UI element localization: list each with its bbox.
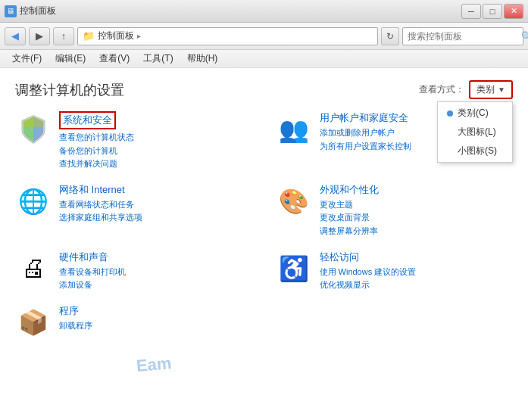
search-input[interactable]: [408, 31, 521, 42]
view-dropdown-button[interactable]: 类别 ▼: [469, 80, 513, 99]
dropdown-item-category[interactable]: 类别(C): [438, 104, 512, 123]
link-theme[interactable]: 更改主题: [320, 198, 514, 212]
empty-dot-icon: [447, 129, 453, 135]
window-controls: ─ □ ✕: [461, 4, 523, 19]
dropdown-item-small-icon[interactable]: 小图标(S): [438, 142, 512, 160]
system-security-text: 系统和安全 查看您的计算机状态 备份您的计算机 查找并解决问题: [59, 111, 253, 171]
link-windows-recommend[interactable]: 使用 Windows 建议的设置: [320, 266, 514, 279]
up-icon: ↑: [61, 30, 67, 42]
link-desktop-bg[interactable]: 更改桌面背景: [320, 211, 514, 225]
menu-help[interactable]: 帮助(H): [181, 51, 224, 67]
forward-icon: ▶: [36, 30, 43, 42]
refresh-button[interactable]: ↻: [381, 27, 399, 45]
search-icon: 🔍: [521, 31, 528, 42]
up-button[interactable]: ↑: [53, 27, 74, 45]
panel-system-security: 系统和安全 查看您的计算机状态 备份您的计算机 查找并解决问题: [15, 111, 253, 171]
main-content: 调整计算机的设置 查看方式： 类别 ▼ 类别(C) 大图标(L) 小图标(S: [0, 68, 528, 420]
programs-icon: 📦: [15, 304, 52, 341]
easyaccess-text: 轻松访问 使用 Windows 建议的设置 优化视频显示: [320, 250, 514, 292]
easyaccess-title[interactable]: 轻松访问: [320, 250, 359, 264]
dropdown-item-large-icon[interactable]: 大图标(L): [438, 123, 512, 142]
hardware-icon: 🖨: [15, 250, 52, 287]
link-homegroup[interactable]: 选择家庭组和共享选项: [59, 211, 253, 225]
menu-edit[interactable]: 编辑(E): [49, 51, 92, 67]
hardware-text: 硬件和声音 查看设备和打印机 添加设备: [59, 250, 253, 292]
content-area: 调整计算机的设置 查看方式： 类别 ▼ 类别(C) 大图标(L) 小图标(S: [0, 68, 528, 420]
panel-network: 🌐 网络和 Internet 查看网络状态和任务 选择家庭组和共享选项: [15, 183, 253, 238]
network-icon: 🌐: [15, 183, 52, 219]
window-title: 控制面板: [20, 5, 56, 17]
forward-button[interactable]: ▶: [29, 27, 50, 45]
easyaccess-icon: ♿: [276, 250, 312, 287]
link-add-device[interactable]: 添加设备: [59, 278, 253, 292]
panel-programs: 📦 程序 卸载程序: [15, 304, 253, 341]
view-current-label: 类别: [476, 83, 495, 96]
link-uninstall[interactable]: 卸载程序: [59, 319, 253, 333]
menu-view[interactable]: 查看(V): [93, 51, 136, 67]
network-text: 网络和 Internet 查看网络状态和任务 选择家庭组和共享选项: [59, 183, 253, 225]
dropdown-arrow-icon: ▼: [498, 86, 505, 94]
link-optimize-video[interactable]: 优化视频显示: [320, 278, 514, 292]
address-arrow: ▸: [137, 32, 141, 40]
user-accounts-title[interactable]: 用户帐户和家庭安全: [320, 111, 408, 125]
menu-file[interactable]: 文件(F): [6, 51, 48, 67]
close-button[interactable]: ✕: [504, 4, 523, 19]
network-title[interactable]: 网络和 Internet: [59, 183, 125, 197]
link-network-status[interactable]: 查看网络状态和任务: [59, 198, 253, 212]
link-troubleshoot[interactable]: 查找并解决问题: [59, 157, 253, 171]
watermark: Eam: [136, 353, 173, 376]
link-system-status[interactable]: 查看您的计算机状态: [59, 131, 253, 145]
system-security-title[interactable]: 系统和安全: [59, 111, 116, 129]
back-button[interactable]: ◀: [5, 27, 26, 45]
view-mode-area: 查看方式： 类别 ▼: [419, 80, 513, 99]
link-resolution[interactable]: 调整屏幕分辨率: [320, 225, 514, 238]
app-icon: 🖥: [5, 5, 17, 17]
address-bar[interactable]: 📁 控制面板 ▸: [77, 27, 378, 45]
appearance-text: 外观和个性化 更改主题 更改桌面背景 调整屏幕分辨率: [320, 183, 514, 238]
category-label: 类别(C): [458, 107, 489, 120]
link-devices-printers[interactable]: 查看设备和打印机: [59, 266, 253, 279]
selected-dot-icon: [447, 110, 453, 117]
folder-icon: 📁: [83, 30, 95, 42]
menu-tools[interactable]: 工具(T): [137, 51, 179, 67]
panel-easyaccess: ♿ 轻松访问 使用 Windows 建议的设置 优化视频显示: [276, 250, 514, 292]
large-icon-label: 大图标(L): [458, 126, 496, 138]
page-title: 调整计算机的设置: [15, 81, 124, 99]
panel-appearance: 🎨 外观和个性化 更改主题 更改桌面背景 调整屏幕分辨率: [276, 183, 514, 238]
hardware-title[interactable]: 硬件和声音: [59, 250, 108, 264]
toolbar: ◀ ▶ ↑ 📁 控制面板 ▸ ↻ 🔍: [0, 23, 528, 50]
view-label: 查看方式：: [419, 83, 464, 96]
view-dropdown-popup: 类别(C) 大图标(L) 小图标(S): [437, 101, 513, 163]
panel-hardware: 🖨 硬件和声音 查看设备和打印机 添加设备: [15, 250, 253, 292]
back-icon: ◀: [11, 30, 19, 42]
menu-bar: 文件(F) 编辑(E) 查看(V) 工具(T) 帮助(H): [0, 50, 528, 68]
small-icon-label: 小图标(S): [458, 145, 497, 157]
programs-title[interactable]: 程序: [59, 304, 79, 318]
title-bar: 🖥 控制面板 ─ □ ✕: [0, 0, 528, 23]
refresh-icon: ↻: [386, 31, 394, 42]
content-header: 调整计算机的设置 查看方式： 类别 ▼: [15, 80, 513, 99]
system-security-icon: [15, 111, 52, 148]
link-backup[interactable]: 备份您的计算机: [59, 145, 253, 158]
address-text: 控制面板: [98, 30, 134, 42]
title-bar-left: 🖥 控制面板: [5, 5, 56, 17]
user-accounts-icon: 👥: [276, 111, 312, 148]
programs-text: 程序 卸载程序: [59, 304, 253, 333]
appearance-icon: 🎨: [276, 183, 312, 219]
appearance-title[interactable]: 外观和个性化: [320, 183, 379, 197]
search-bar[interactable]: 🔍: [402, 27, 523, 45]
empty-dot2-icon: [447, 148, 453, 154]
maximize-button[interactable]: □: [483, 4, 502, 19]
minimize-button[interactable]: ─: [461, 4, 481, 19]
